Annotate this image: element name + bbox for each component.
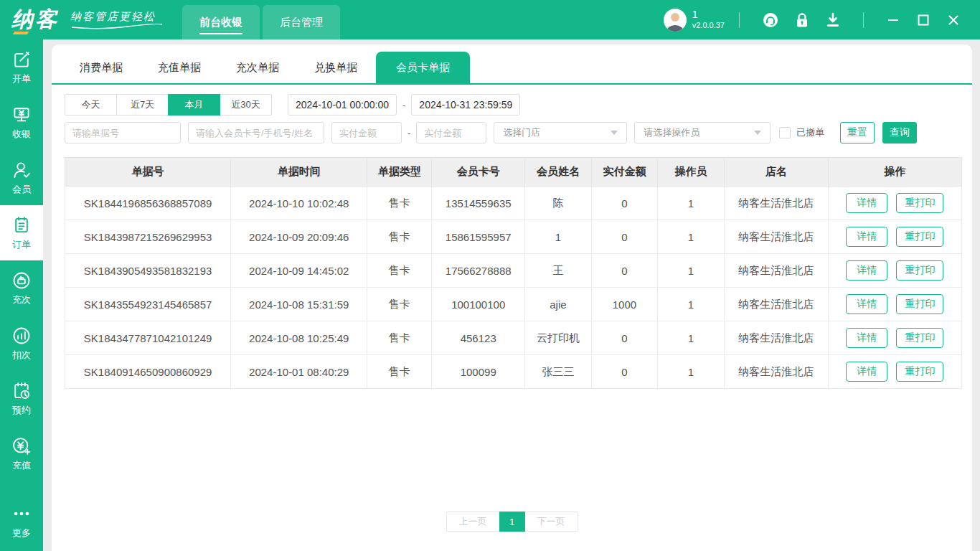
sidebar-item-new-order[interactable]: 开单 [0, 39, 43, 95]
reprint-button[interactable]: 重打印 [896, 193, 943, 213]
sidebar-item-appointments[interactable]: 预约 [0, 371, 43, 426]
detail-button[interactable]: 详情 [846, 328, 887, 348]
tab-recharge-orders[interactable]: 充值单据 [141, 52, 217, 83]
support-icon[interactable] [762, 11, 779, 29]
minimize-button[interactable] [887, 14, 899, 26]
table-row: SK1843987215269629953 2024-10-09 20:09:4… [65, 220, 962, 254]
table-body: SK1844196856368857089 2024-10-10 10:02:4… [65, 187, 962, 389]
cell-card-no: 456123 [432, 321, 525, 355]
header-order-no: 单据号 [65, 158, 231, 187]
tab-member-card-orders[interactable]: 会员卡单据 [376, 52, 470, 83]
sidebar-item-label: 充次 [12, 293, 31, 306]
sidebar-item-top-up[interactable]: 充值 [0, 426, 43, 481]
amount-min-input[interactable] [331, 122, 402, 143]
user-meta: 1 v2.0.0.37 [692, 9, 725, 31]
cell-store-name: 纳客生活淮北店 [724, 288, 828, 321]
lock-icon[interactable] [795, 12, 809, 28]
header-order-type: 单据类型 [367, 158, 432, 187]
detail-button[interactable]: 详情 [846, 193, 887, 213]
detail-button[interactable]: 详情 [846, 362, 887, 382]
date-to-input[interactable] [411, 94, 520, 116]
recharge-times-icon [11, 270, 32, 291]
app-logo: 纳客 [11, 5, 59, 34]
prev-page-button[interactable]: 上一页 [446, 512, 499, 532]
detail-button[interactable]: 详情 [846, 294, 887, 314]
sidebar-item-orders[interactable]: 订单 [0, 205, 43, 260]
current-page[interactable]: 1 [499, 512, 525, 532]
tab-consume-orders[interactable]: 消费单据 [63, 52, 139, 83]
cell-actions: 详情 重打印 [828, 288, 961, 321]
detail-button[interactable]: 详情 [846, 227, 887, 247]
cell-paid-amount: 0 [591, 220, 658, 254]
reprint-button[interactable]: 重打印 [896, 260, 943, 281]
reset-button[interactable]: 重置 [840, 122, 875, 143]
header-actions: 操作 [828, 158, 961, 187]
download-icon[interactable] [825, 12, 841, 28]
cell-order-no: SK1843905493581832193 [65, 254, 231, 288]
sidebar-item-label: 收银 [12, 128, 31, 141]
topnav-tab-front-cashier[interactable]: 前台收银 [182, 5, 260, 39]
search-label: 查询 [890, 126, 910, 139]
cell-store-name: 纳客生活淮北店 [724, 321, 828, 355]
reprint-button[interactable]: 重打印 [896, 294, 943, 314]
reprint-button[interactable]: 重打印 [896, 227, 943, 247]
topnav-tab-label: 前台收银 [199, 16, 242, 34]
sidebar-item-label: 充值 [12, 459, 31, 472]
quick-range-group: 今天 近7天 本月 近30天 [65, 94, 272, 116]
range-button-this-month[interactable]: 本月 [168, 94, 220, 116]
app-version: v2.0.0.37 [692, 21, 725, 31]
date-separator: - [402, 100, 405, 110]
cell-order-type: 售卡 [367, 220, 432, 254]
member-search-input[interactable] [188, 122, 324, 143]
topnav-tab-backend-management[interactable]: 后台管理 [263, 5, 340, 39]
reprint-button[interactable]: 重打印 [896, 328, 943, 348]
header-member-name: 会员姓名 [525, 158, 592, 187]
avatar[interactable] [664, 9, 687, 32]
date-from-input[interactable] [288, 94, 397, 116]
revoked-checkbox[interactable] [779, 127, 791, 138]
deduct-times-icon [11, 326, 32, 346]
header-order-time: 单据时间 [231, 158, 367, 187]
range-button-today[interactable]: 今天 [65, 94, 117, 116]
app-logo-text: 纳客 [11, 7, 59, 31]
operator-select[interactable]: 请选择操作员 [634, 122, 771, 143]
search-button[interactable]: 查询 [882, 122, 917, 143]
amount-max-input[interactable] [416, 122, 486, 143]
cell-order-no: SK1843554923145465857 [65, 288, 231, 321]
sidebar-item-deduct-times[interactable]: 扣次 [0, 316, 43, 371]
tab-times-orders[interactable]: 充次单据 [220, 52, 296, 83]
close-button[interactable] [948, 14, 959, 26]
store-select-value: 选择门店 [503, 126, 540, 139]
app-slogan: 纳客管店更轻松 [70, 10, 164, 29]
sidebar: 开单 收银 会员 订单 充次 [0, 39, 43, 551]
tab-exchange-orders[interactable]: 兑换单据 [298, 52, 374, 83]
range-label: 近7天 [131, 98, 154, 111]
cell-store-name: 纳客生活淮北店 [724, 254, 828, 288]
sidebar-item-recharge-times[interactable]: 充次 [0, 260, 43, 316]
chevron-down-icon [611, 131, 618, 135]
order-tabs: 消费单据 充值单据 充次单据 兑换单据 会员卡单据 [52, 44, 972, 85]
sidebar-item-cashier[interactable]: 收银 [0, 95, 43, 150]
detail-button[interactable]: 详情 [846, 260, 887, 281]
maximize-button[interactable] [918, 14, 929, 26]
sidebar-item-more[interactable]: 更多 [0, 501, 43, 542]
cell-operator: 1 [658, 187, 725, 220]
order-no-input[interactable] [65, 122, 181, 143]
sidebar-item-members[interactable]: 会员 [0, 150, 43, 205]
topbar: 纳客 纳客管店更轻松 前台收银 后台管理 1 v2.0.0.37 [0, 0, 980, 39]
range-label: 近30天 [231, 98, 260, 111]
revoked-filter: 已撤单 [779, 126, 824, 139]
header-paid-amount: 实付金额 [591, 158, 658, 187]
sidebar-item-label: 会员 [12, 183, 31, 196]
cell-order-type: 售卡 [367, 355, 432, 389]
store-select[interactable]: 选择门店 [494, 122, 627, 143]
sidebar-item-label: 订单 [12, 238, 31, 251]
slogan-swoosh [70, 24, 164, 29]
next-page-button[interactable]: 下一页 [525, 512, 578, 532]
range-button-7days[interactable]: 近7天 [116, 94, 169, 116]
reprint-button[interactable]: 重打印 [896, 362, 943, 382]
edit-bill-icon [11, 50, 32, 70]
range-button-30days[interactable]: 近30天 [220, 94, 272, 116]
cell-order-time: 2024-10-08 10:25:49 [231, 321, 367, 355]
table-row: SK1844196856368857089 2024-10-10 10:02:4… [65, 187, 962, 220]
